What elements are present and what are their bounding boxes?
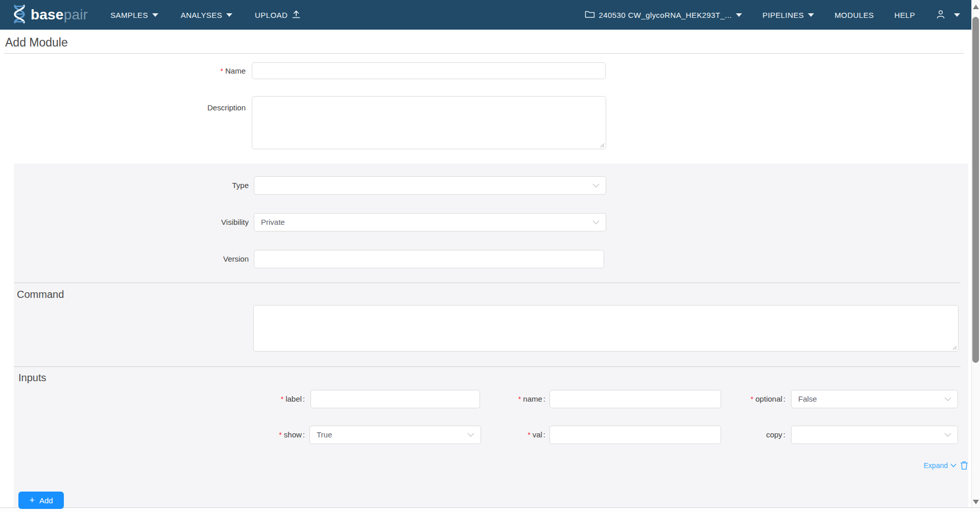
name-input[interactable]	[252, 62, 606, 79]
upload-icon	[292, 10, 301, 20]
input-label-field[interactable]	[310, 390, 480, 408]
folder-icon	[585, 10, 595, 20]
resize-handle-icon[interactable]	[600, 143, 605, 148]
brand-light: pair	[64, 7, 88, 22]
nav-analyses[interactable]: ANALYSES	[181, 11, 232, 19]
required-asterisk: *	[518, 395, 521, 403]
input-name-label: *name:	[460, 390, 545, 408]
type-label: Type	[153, 176, 249, 195]
chevron-down-icon	[944, 433, 951, 437]
project-selector[interactable]: 240530 CW_glycoRNA_HEK293T_...	[585, 10, 742, 20]
name-label: *Name	[153, 62, 246, 80]
nav-upload-label: UPLOAD	[255, 11, 288, 19]
command-section-title: Command	[17, 289, 64, 300]
chevron-down-icon	[950, 463, 957, 468]
nav-samples-label: SAMPLES	[110, 11, 148, 19]
input-show-select[interactable]: True	[309, 426, 481, 444]
chevron-down-icon	[152, 13, 158, 17]
chevron-down-icon	[226, 13, 232, 17]
expand-link[interactable]: Expand	[924, 461, 957, 470]
trash-icon	[960, 461, 968, 470]
input-optional-label: *optional:	[684, 390, 785, 408]
delete-input-button[interactable]	[960, 461, 968, 470]
command-textarea[interactable]	[253, 305, 959, 352]
nav-modules[interactable]: MODULES	[834, 11, 874, 19]
version-input[interactable]	[254, 250, 604, 268]
chevron-down-icon	[954, 13, 960, 17]
version-label: Version	[153, 250, 249, 268]
nav-help-label: HELP	[894, 11, 915, 19]
title-divider	[4, 53, 964, 54]
required-asterisk: *	[279, 431, 281, 439]
scroll-down-arrow-icon[interactable]	[973, 500, 979, 504]
scroll-up-arrow-icon[interactable]	[973, 5, 979, 9]
basepair-logo[interactable]: basepair	[11, 4, 88, 26]
chevron-down-icon	[592, 220, 600, 224]
nav-upload[interactable]: UPLOAD	[255, 10, 301, 20]
required-asterisk: *	[281, 395, 283, 403]
command-divider	[14, 283, 961, 283]
required-asterisk: *	[528, 431, 530, 439]
dna-helix-icon	[11, 4, 28, 26]
required-asterisk: *	[221, 67, 223, 75]
expand-label: Expand	[924, 461, 948, 470]
nav-samples[interactable]: SAMPLES	[110, 11, 158, 19]
user-menu[interactable]	[936, 9, 960, 21]
description-textarea[interactable]	[252, 96, 606, 149]
nav-pipelines-label: PIPELINES	[762, 11, 804, 19]
plus-icon: +	[29, 496, 35, 505]
description-label: Description	[153, 103, 246, 113]
visibility-label: Visibility	[153, 213, 249, 231]
input-label-label: *label:	[220, 390, 305, 408]
chevron-down-icon	[808, 13, 814, 17]
nav-pipelines[interactable]: PIPELINES	[762, 11, 814, 19]
nav-help[interactable]: HELP	[894, 11, 915, 19]
project-name: 240530 CW_glycoRNA_HEK293T_...	[599, 11, 732, 19]
input-copy-select[interactable]	[791, 426, 958, 444]
nav-modules-label: MODULES	[834, 11, 874, 19]
chevron-down-icon	[736, 13, 742, 17]
input-val-label: *val:	[460, 426, 545, 444]
scrollbar-thumb[interactable]	[972, 17, 979, 363]
add-input-button[interactable]: + Add	[18, 492, 64, 509]
chevron-down-icon	[592, 183, 600, 188]
inputs-divider	[14, 366, 961, 367]
brand-text: basepair	[31, 7, 88, 23]
chevron-down-icon	[944, 397, 951, 401]
required-asterisk: *	[751, 395, 753, 403]
type-select[interactable]	[254, 176, 606, 195]
user-icon	[936, 9, 946, 21]
window-bottom-edge	[0, 507, 980, 512]
input-show-label: *show:	[220, 426, 305, 444]
app-window: basepair SAMPLES ANALYSES UPLOAD	[0, 0, 980, 512]
brand-bold: base	[31, 7, 64, 22]
nav-analyses-label: ANALYSES	[181, 11, 222, 19]
inputs-section-title: Inputs	[18, 372, 46, 384]
top-navbar: basepair SAMPLES ANALYSES UPLOAD	[0, 0, 971, 30]
resize-handle-icon[interactable]	[952, 345, 957, 350]
input-copy-label: copy:	[684, 426, 785, 444]
visibility-select[interactable]: Private	[254, 213, 606, 231]
page-title: Add Module	[5, 36, 68, 50]
add-button-label: Add	[39, 496, 53, 505]
vertical-scrollbar[interactable]	[971, 0, 980, 507]
input-optional-select[interactable]: False	[791, 390, 958, 408]
